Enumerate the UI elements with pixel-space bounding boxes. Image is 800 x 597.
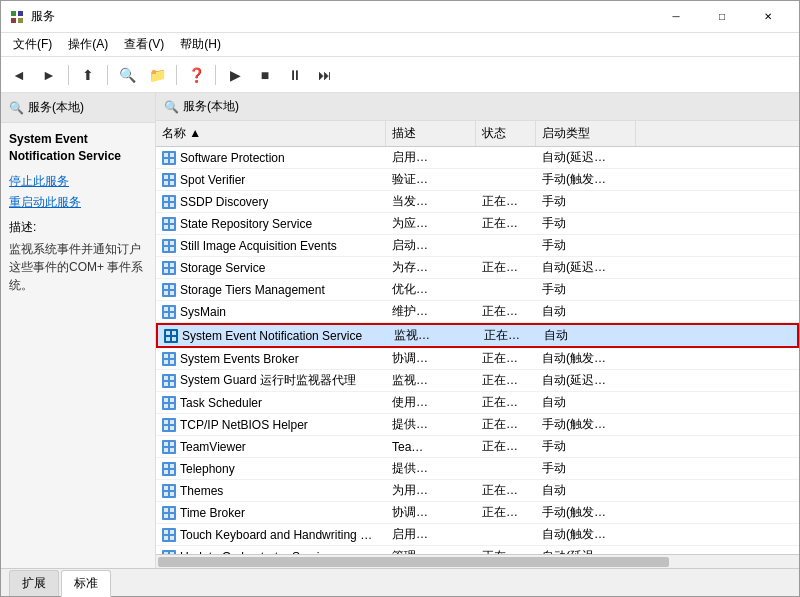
cell-service-status [476, 288, 536, 292]
maximize-button[interactable]: □ [699, 1, 745, 33]
cell-service-name: Telephony [156, 460, 386, 478]
horizontal-scrollbar[interactable] [156, 554, 799, 568]
h-scroll-thumb[interactable] [158, 557, 669, 567]
search-icon-left: 🔍 [9, 101, 24, 115]
cell-service-name: Spot Verifier [156, 171, 386, 189]
cell-service-desc: 管理… [386, 546, 476, 554]
main-area: 🔍 服务(本地) System Event Notification Servi… [1, 93, 799, 568]
table-row[interactable]: Touch Keyboard and Handwriting Panel S…启… [156, 524, 799, 546]
up-button[interactable]: ⬆ [74, 61, 102, 89]
back-button[interactable]: ◄ [5, 61, 33, 89]
cell-service-name: State Repository Service [156, 215, 386, 233]
stop-service-link[interactable]: 停止此服务 [9, 173, 147, 190]
cell-service-status: 正在… [476, 348, 536, 369]
header-startup[interactable]: 启动类型 [536, 121, 636, 146]
service-name-text: TCP/IP NetBIOS Helper [180, 418, 308, 432]
window-controls: ─ □ ✕ [653, 1, 791, 33]
svg-rect-8 [164, 175, 168, 179]
service-icon [162, 217, 176, 231]
restart-service-link[interactable]: 重启动此服务 [9, 194, 147, 211]
cell-service-startup: 手动 [536, 213, 636, 234]
stop-button[interactable]: ■ [251, 61, 279, 89]
svg-rect-55 [170, 426, 174, 430]
svg-rect-29 [170, 285, 174, 289]
svg-rect-65 [170, 486, 174, 490]
svg-rect-19 [170, 225, 174, 229]
service-name-text: SSDP Discovery [180, 195, 268, 209]
table-row[interactable]: System Events Broker协调…正在…自动(触发… [156, 348, 799, 370]
cell-service-status [476, 156, 536, 160]
table-row[interactable]: Still Image Acquisition Events启动…手动 [156, 235, 799, 257]
svg-rect-32 [164, 307, 168, 311]
search-button[interactable]: 🔍 [113, 61, 141, 89]
cell-service-startup: 手动 [536, 191, 636, 212]
svg-rect-34 [164, 313, 168, 317]
pause-button[interactable]: ⏸ [281, 61, 309, 89]
table-row[interactable]: TCP/IP NetBIOS Helper提供…正在…手动(触发… [156, 414, 799, 436]
table-body: Software Protection启用…自动(延迟…Spot Verifie… [156, 147, 799, 554]
table-row[interactable]: Spot Verifier验证…手动(触发… [156, 169, 799, 191]
forward-button[interactable]: ► [35, 61, 63, 89]
svg-rect-47 [170, 382, 174, 386]
cell-service-startup: 手动 [536, 279, 636, 300]
table-row[interactable]: Telephony提供…手动 [156, 458, 799, 480]
help-button[interactable]: ❓ [182, 61, 210, 89]
play-button[interactable]: ▶ [221, 61, 249, 89]
svg-rect-43 [170, 360, 174, 364]
service-icon [162, 151, 176, 165]
menu-item-h[interactable]: 帮助(H) [172, 34, 229, 55]
cell-service-desc: 使用… [386, 392, 476, 413]
cell-service-name: TCP/IP NetBIOS Helper [156, 416, 386, 434]
table-row[interactable]: Storage Tiers Management优化…手动 [156, 279, 799, 301]
restart-button[interactable]: ⏭ [311, 61, 339, 89]
service-icon [162, 239, 176, 253]
cell-service-status: 正在… [476, 191, 536, 212]
service-icon [162, 462, 176, 476]
minimize-button[interactable]: ─ [653, 1, 699, 33]
cell-service-desc: 启动… [386, 235, 476, 256]
svg-rect-73 [170, 530, 174, 534]
header-name[interactable]: 名称 ▲ [156, 121, 386, 146]
svg-rect-63 [170, 470, 174, 474]
service-name-text: System Event Notification Service [182, 329, 362, 343]
header-desc[interactable]: 描述 [386, 121, 476, 146]
table-row[interactable]: Time Broker协调…正在…手动(触发… [156, 502, 799, 524]
table-row[interactable]: Task Scheduler使用…正在…自动 [156, 392, 799, 414]
menu-item-f[interactable]: 文件(F) [5, 34, 60, 55]
cell-service-desc: 优化… [386, 279, 476, 300]
svg-rect-37 [172, 331, 176, 335]
tab-扩展[interactable]: 扩展 [9, 570, 59, 596]
table-row[interactable]: SysMain维护…正在…自动 [156, 301, 799, 323]
table-row[interactable]: TeamViewerTea…正在…手动 [156, 436, 799, 458]
table-row[interactable]: System Guard 运行时监视器代理监视…正在…自动(延迟… [156, 370, 799, 392]
toolbar-separator-2 [107, 65, 108, 85]
services-table[interactable]: 名称 ▲ 描述 状态 启动类型 Software Protection启用…自动… [156, 121, 799, 554]
table-row[interactable]: Update Orchestrator Service管理…正在…自动(延迟… [156, 546, 799, 554]
svg-rect-40 [164, 354, 168, 358]
header-status[interactable]: 状态 [476, 121, 536, 146]
cell-service-name: Touch Keyboard and Handwriting Panel S… [156, 526, 386, 544]
cell-service-status: 正在… [476, 301, 536, 322]
table-row[interactable]: Storage Service为存…正在…自动(延迟… [156, 257, 799, 279]
table-row[interactable]: State Repository Service为应…正在…手动 [156, 213, 799, 235]
service-name-text: Task Scheduler [180, 396, 262, 410]
svg-rect-68 [164, 508, 168, 512]
tab-标准[interactable]: 标准 [61, 570, 111, 597]
cell-service-startup: 自动(延迟… [536, 546, 636, 554]
table-row[interactable]: System Event Notification Service监视…正在…自… [156, 323, 799, 348]
table-row[interactable]: Themes为用…正在…自动 [156, 480, 799, 502]
service-icon [162, 261, 176, 275]
svg-rect-22 [164, 247, 168, 251]
table-row[interactable]: Software Protection启用…自动(延迟… [156, 147, 799, 169]
cell-service-status [476, 178, 536, 182]
svg-rect-56 [164, 442, 168, 446]
service-icon [162, 440, 176, 454]
cell-service-startup: 自动(触发… [536, 348, 636, 369]
menu-item-v[interactable]: 查看(V) [116, 34, 172, 55]
close-button[interactable]: ✕ [745, 1, 791, 33]
menu-item-a[interactable]: 操作(A) [60, 34, 116, 55]
folders-button[interactable]: 📁 [143, 61, 171, 89]
svg-rect-25 [170, 263, 174, 267]
table-row[interactable]: SSDP Discovery当发…正在…手动 [156, 191, 799, 213]
svg-rect-42 [164, 360, 168, 364]
